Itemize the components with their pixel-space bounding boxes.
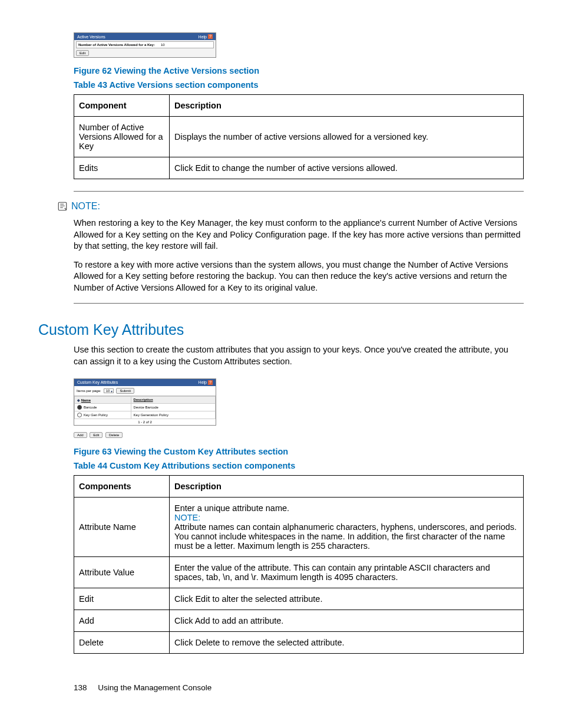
help-link[interactable]: Help ? <box>199 34 213 39</box>
table-44-caption: Table 44 Custom Key Attributions section… <box>74 461 524 470</box>
note-body: When restoring a key to the Key Manager,… <box>74 218 524 294</box>
panel-header: Active Versions Help ? <box>74 33 216 40</box>
table-row: Delete Click Delete to remove the select… <box>74 631 524 653</box>
edit-button[interactable]: Edit <box>90 432 103 438</box>
chevron-down-icon: ▾ <box>111 389 113 393</box>
cell-component: Number of Active Versions Allowed for a … <box>74 117 170 157</box>
header-name[interactable]: ◆ Name <box>75 396 131 403</box>
help-link[interactable]: Help ? <box>199 380 213 385</box>
table-row: Number of Active Versions Allowed for a … <box>74 117 524 157</box>
versions-value: 10 <box>161 43 165 47</box>
table-header-row: Components Description <box>74 475 524 497</box>
page-size-value: 10 <box>106 389 110 393</box>
name-cell: Barcode <box>75 403 131 411</box>
table-header-row: ◆ Name Description <box>75 396 216 403</box>
cell-component: Edits <box>74 157 170 179</box>
desc-line: Attribute names can contain alphanumeric… <box>174 522 517 551</box>
note-label: NOTE: <box>71 201 100 212</box>
figure-63-caption: Figure 63 Viewing the Custom Key Attribu… <box>74 447 524 456</box>
name-text: Key Gen Policy <box>84 413 108 416</box>
table-header-description: Description <box>170 475 524 497</box>
section-title: Using the Management Console <box>98 683 211 692</box>
note-title: NOTE: <box>57 201 524 212</box>
panel-title: Active Versions <box>77 35 105 39</box>
note-icon <box>57 201 68 212</box>
cell-description: Enter a unique attribute name. NOTE: Att… <box>170 497 524 556</box>
page-footer: 138 Using the Management Console <box>74 683 524 692</box>
pager-row: Items per page: 10 ▾ Submit <box>74 386 216 396</box>
figure-62-caption: Figure 62 Viewing the Active Versions se… <box>74 66 524 75</box>
table-header-component: Component <box>74 95 170 117</box>
table-row: Edit Click Edit to alter the selected at… <box>74 588 524 610</box>
help-label: Help <box>199 35 207 39</box>
help-label: Help <box>199 380 207 384</box>
pager-label: Items per page: <box>77 389 101 393</box>
add-button[interactable]: Add <box>74 432 87 438</box>
page-number: 138 <box>74 683 87 692</box>
table-row: Attribute Value Enter the value of the a… <box>74 556 524 588</box>
name-cell: Key Gen Policy <box>75 411 131 419</box>
radio-unselected-icon[interactable] <box>77 413 82 417</box>
panel-title: Custom Key Attributes <box>77 380 118 384</box>
cell-component: Edit <box>74 588 170 610</box>
desc-cell: Key Generation Policy <box>131 411 215 419</box>
note-paragraph: When restoring a key to the Key Manager,… <box>74 218 524 252</box>
cell-description: Click Delete to remove the selected attr… <box>170 631 524 653</box>
table-row: Add Click Add to add an attribute. <box>74 610 524 631</box>
table-header-description: Description <box>170 95 524 117</box>
page-size-select[interactable]: 10 ▾ <box>104 388 114 393</box>
help-icon: ? <box>208 34 213 39</box>
table-header-row: Component Description <box>74 95 524 117</box>
attributes-table: ◆ Name Description Barcode Device Barcod… <box>74 396 216 419</box>
note-block: NOTE: When restoring a key to the Key Ma… <box>74 191 524 304</box>
edit-button[interactable]: Edit <box>76 50 89 56</box>
note-paragraph: To restore a key with more active versio… <box>74 259 524 294</box>
intro-paragraph: Use this section to create the custom at… <box>74 344 524 367</box>
cell-description: Click Add to add an attribute. <box>170 610 524 631</box>
cell-description: Click Edit to change the number of activ… <box>170 157 524 179</box>
page-count: 1 - 2 of 2 <box>74 419 216 425</box>
cell-component: Attribute Value <box>74 556 170 588</box>
delete-button[interactable]: Delete <box>105 432 123 438</box>
table-row: Edits Click Edit to change the number of… <box>74 157 524 179</box>
table-43: Component Description Number of Active V… <box>74 94 524 179</box>
document-page: Active Versions Help ? Number of Active … <box>0 0 562 716</box>
header-description[interactable]: Description <box>131 396 215 403</box>
header-name-label: Name <box>81 398 91 402</box>
custom-key-attributes-panel: Custom Key Attributes Help ? Items per p… <box>74 378 216 426</box>
cell-component: Delete <box>74 631 170 653</box>
versions-label: Number of Active Versions Allowed for a … <box>78 43 155 47</box>
table-row[interactable]: Key Gen Policy Key Generation Policy <box>75 411 216 419</box>
name-text: Barcode <box>84 405 97 409</box>
cell-description: Click Edit to alter the selected attribu… <box>170 588 524 610</box>
radio-selected-icon[interactable] <box>77 405 82 410</box>
cell-description: Enter the value of the attribute. This c… <box>170 556 524 588</box>
versions-row: Number of Active Versions Allowed for a … <box>76 41 214 48</box>
button-row: Add Edit Delete <box>74 428 524 439</box>
table-row[interactable]: Barcode Device Barcode <box>75 403 216 411</box>
sort-icon: ◆ <box>77 398 81 402</box>
desc-line: Enter a unique attribute name. <box>174 503 289 513</box>
help-icon: ? <box>208 380 213 385</box>
inline-note-label: NOTE: <box>174 513 200 522</box>
panel-body: Number of Active Versions Allowed for a … <box>74 40 216 57</box>
table-row: Attribute Name Enter a unique attribute … <box>74 497 524 556</box>
cell-component: Attribute Name <box>74 497 170 556</box>
desc-cell: Device Barcode <box>131 403 215 411</box>
cell-description: Displays the number of active versions a… <box>170 117 524 157</box>
panel-header: Custom Key Attributes Help ? <box>74 379 216 386</box>
cell-component: Add <box>74 610 170 631</box>
table-43-caption: Table 43 Active Versions section compone… <box>74 80 524 90</box>
section-heading-custom-key-attributes: Custom Key Attributes <box>38 321 524 338</box>
submit-button[interactable]: Submit <box>116 388 134 394</box>
header-description-label: Description <box>134 398 153 401</box>
table-44: Components Description Attribute Name En… <box>74 475 524 654</box>
active-versions-panel: Active Versions Help ? Number of Active … <box>74 32 216 58</box>
table-header-component: Components <box>74 475 170 497</box>
